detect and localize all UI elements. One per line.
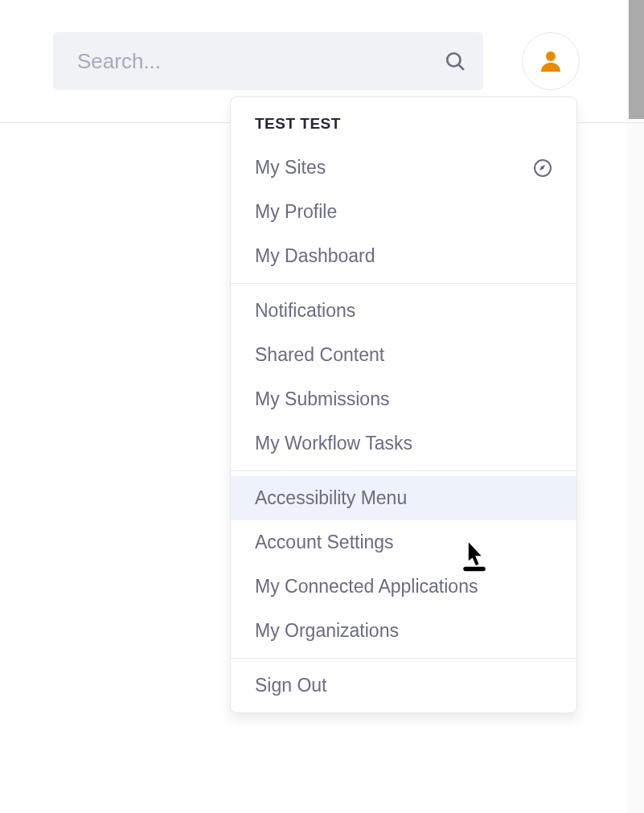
avatar-button[interactable] bbox=[522, 32, 580, 90]
menu-item-account-settings[interactable]: Account Settings bbox=[231, 520, 576, 565]
menu-item-label: Accessibility Menu bbox=[255, 487, 407, 509]
menu-item-my-connected-applications[interactable]: My Connected Applications bbox=[231, 565, 576, 609]
menu-item-label: Account Settings bbox=[255, 532, 394, 553]
menu-item-label: My Dashboard bbox=[255, 245, 375, 267]
menu-item-sign-out[interactable]: Sign Out bbox=[231, 663, 576, 708]
svg-point-2 bbox=[546, 51, 556, 61]
svg-point-0 bbox=[447, 53, 460, 66]
menu-item-my-profile[interactable]: My Profile bbox=[231, 190, 576, 234]
compass-icon bbox=[533, 158, 552, 178]
search-input[interactable] bbox=[77, 49, 445, 74]
svg-line-1 bbox=[458, 64, 464, 70]
menu-item-label: My Profile bbox=[255, 201, 337, 223]
menu-item-label: Sign Out bbox=[255, 675, 327, 696]
menu-item-accessibility-menu[interactable]: Accessibility Menu bbox=[231, 476, 576, 520]
menu-item-my-organizations[interactable]: My Organizations bbox=[231, 609, 576, 653]
dropdown-username: TEST TEST bbox=[231, 97, 576, 141]
menu-item-label: Shared Content bbox=[255, 344, 384, 366]
search-icon bbox=[445, 51, 466, 72]
menu-item-notifications[interactable]: Notifications bbox=[231, 289, 576, 333]
user-dropdown: TEST TEST My Sites My Profile My Dashboa… bbox=[230, 96, 577, 713]
menu-item-my-dashboard[interactable]: My Dashboard bbox=[231, 234, 576, 278]
menu-item-my-sites[interactable]: My Sites bbox=[231, 146, 576, 190]
menu-item-shared-content[interactable]: Shared Content bbox=[231, 333, 576, 377]
menu-item-label: My Connected Applications bbox=[255, 576, 478, 597]
menu-item-label: My Workflow Tasks bbox=[255, 433, 412, 454]
menu-item-my-submissions[interactable]: My Submissions bbox=[231, 377, 576, 421]
menu-item-label: My Organizations bbox=[255, 620, 399, 642]
menu-item-label: My Submissions bbox=[255, 388, 389, 410]
menu-item-label: My Sites bbox=[255, 157, 326, 179]
search-container[interactable] bbox=[53, 32, 483, 90]
user-icon bbox=[538, 48, 564, 74]
dropdown-section: Notifications Shared Content My Submissi… bbox=[231, 284, 576, 471]
svg-marker-4 bbox=[539, 165, 545, 170]
dropdown-section: Sign Out bbox=[231, 659, 576, 712]
menu-item-label: Notifications bbox=[255, 300, 355, 322]
dropdown-section: Accessibility Menu Account Settings My C… bbox=[231, 471, 576, 659]
dropdown-section: My Sites My Profile My Dashboard bbox=[231, 141, 576, 284]
menu-item-my-workflow-tasks[interactable]: My Workflow Tasks bbox=[231, 421, 576, 466]
